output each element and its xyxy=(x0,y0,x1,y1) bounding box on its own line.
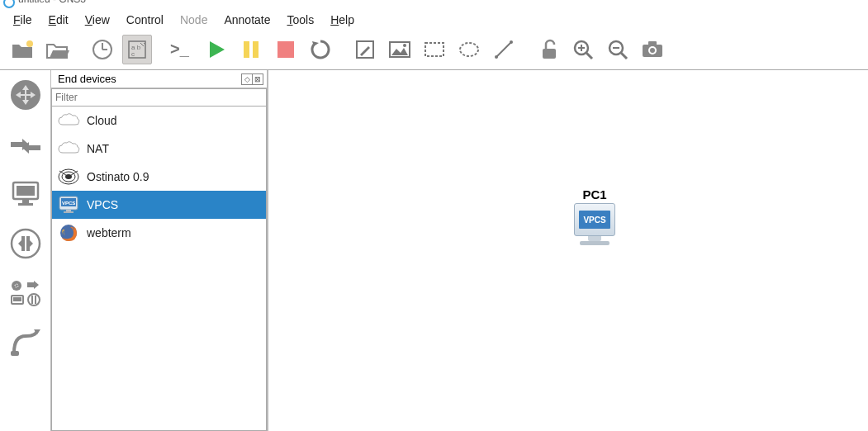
svg-rect-43 xyxy=(11,351,19,356)
device-label: Ostinato 0.9 xyxy=(87,170,149,183)
show-names-icon: a bc xyxy=(127,40,147,59)
zoom-out-icon xyxy=(607,39,628,60)
panel-header: End devices ◇ ⊠ xyxy=(51,70,267,88)
image-button[interactable] xyxy=(385,35,415,64)
svg-point-28 xyxy=(650,48,655,53)
menu-edit[interactable]: Edit xyxy=(40,12,77,28)
filter-input[interactable] xyxy=(51,88,267,107)
snapshot-button[interactable] xyxy=(88,35,117,64)
stop-icon xyxy=(276,40,296,59)
app-icon xyxy=(3,0,15,8)
routers-category-button[interactable] xyxy=(7,77,44,113)
camera-icon xyxy=(641,40,664,59)
console-button[interactable]: >_ xyxy=(167,35,197,64)
ellipse-button[interactable] xyxy=(454,35,484,64)
toolbar: a bc >_ xyxy=(0,31,868,70)
svg-rect-41 xyxy=(31,296,33,304)
svg-text:VPCS: VPCS xyxy=(62,201,75,206)
svg-point-13 xyxy=(460,43,478,56)
new-project-button[interactable] xyxy=(8,35,38,64)
svg-rect-42 xyxy=(35,296,36,304)
reload-button[interactable] xyxy=(306,35,335,64)
device-label: Cloud xyxy=(87,114,117,127)
line-button[interactable] xyxy=(489,35,519,64)
line-icon xyxy=(494,40,514,59)
topology-canvas[interactable]: PC1 VPCS xyxy=(268,70,868,431)
routers-icon xyxy=(9,78,42,111)
all-devices-category-button[interactable] xyxy=(7,275,44,311)
svg-rect-32 xyxy=(22,200,29,203)
menu-tools[interactable]: Tools xyxy=(279,12,323,28)
svg-text:>_: >_ xyxy=(170,41,190,58)
end-devices-category-button[interactable] xyxy=(7,176,44,212)
menu-help[interactable]: Help xyxy=(322,12,363,28)
reload-icon xyxy=(310,39,331,60)
menu-control[interactable]: Control xyxy=(118,12,172,28)
svg-line-23 xyxy=(621,53,627,59)
svg-point-16 xyxy=(510,40,513,44)
svg-rect-26 xyxy=(648,41,657,45)
new-project-icon xyxy=(11,40,36,59)
canvas-node-pc1[interactable]: PC1 VPCS xyxy=(574,187,615,245)
cloud-icon xyxy=(57,111,80,130)
panel-detach-button[interactable]: ◇ xyxy=(241,73,253,85)
rectangle-button[interactable] xyxy=(420,35,449,64)
menu-node: Node xyxy=(172,12,216,28)
link-icon xyxy=(9,328,42,358)
open-project-button[interactable] xyxy=(43,35,73,64)
zoom-out-button[interactable] xyxy=(603,35,633,64)
device-item-ostinato[interactable]: Ostinato 0.9 xyxy=(52,163,266,191)
stop-button[interactable] xyxy=(271,35,301,64)
unlock-icon xyxy=(538,39,558,60)
svg-rect-33 xyxy=(18,203,33,206)
pause-icon xyxy=(241,40,261,59)
main-area: End devices ◇ ⊠ Cloud NAT xyxy=(0,70,868,431)
device-item-nat[interactable]: NAT xyxy=(52,135,266,163)
vpcs-node-icon: VPCS xyxy=(574,203,615,236)
note-button[interactable] xyxy=(350,35,380,64)
panel-title: End devices xyxy=(58,73,116,85)
vpcs-icon: VPCS xyxy=(57,196,80,214)
zoom-in-button[interactable] xyxy=(568,35,598,64)
menu-view[interactable]: View xyxy=(77,12,118,28)
device-label: webterm xyxy=(87,226,131,239)
svg-rect-36 xyxy=(26,236,30,251)
svg-rect-12 xyxy=(425,43,443,56)
device-item-vpcs[interactable]: VPCS VPCS xyxy=(52,191,266,219)
menu-file[interactable]: File xyxy=(5,12,40,28)
svg-line-14 xyxy=(496,42,511,57)
console-icon: >_ xyxy=(170,41,193,58)
menu-annotate[interactable]: Annotate xyxy=(216,12,278,28)
security-category-button[interactable] xyxy=(7,225,44,262)
snapshot-icon xyxy=(92,39,113,60)
svg-point-40 xyxy=(28,294,40,305)
svg-point-37 xyxy=(12,281,21,291)
svg-rect-35 xyxy=(21,236,25,251)
end-devices-icon xyxy=(10,181,41,207)
switches-category-button[interactable] xyxy=(7,126,44,163)
firefox-icon xyxy=(57,224,80,242)
device-list[interactable]: Cloud NAT Ostinato 0.9 VPCS VPCS xyxy=(51,107,267,431)
rectangle-icon xyxy=(424,41,445,58)
device-item-webterm[interactable]: webterm xyxy=(52,219,266,247)
svg-rect-39 xyxy=(13,297,21,301)
show-names-button[interactable]: a bc xyxy=(122,35,152,64)
cloud-icon xyxy=(57,140,80,158)
svg-rect-7 xyxy=(253,41,259,58)
svg-point-11 xyxy=(403,44,406,47)
menu-bar: File Edit View Control Node Annotate Too… xyxy=(0,10,868,31)
pause-button[interactable] xyxy=(236,35,266,64)
panel-close-button[interactable]: ⊠ xyxy=(252,73,263,85)
device-label: VPCS xyxy=(87,198,118,211)
start-button[interactable] xyxy=(202,35,231,64)
title-bar: untitled - GNS3 xyxy=(0,0,868,10)
lock-button[interactable] xyxy=(534,35,563,64)
add-link-button[interactable] xyxy=(7,324,44,361)
screenshot-button[interactable] xyxy=(638,35,667,64)
zoom-in-icon xyxy=(572,39,594,60)
svg-rect-17 xyxy=(543,49,556,59)
svg-point-15 xyxy=(495,55,498,59)
device-item-cloud[interactable]: Cloud xyxy=(52,107,266,135)
svg-rect-8 xyxy=(277,41,294,58)
svg-point-34 xyxy=(12,230,40,258)
